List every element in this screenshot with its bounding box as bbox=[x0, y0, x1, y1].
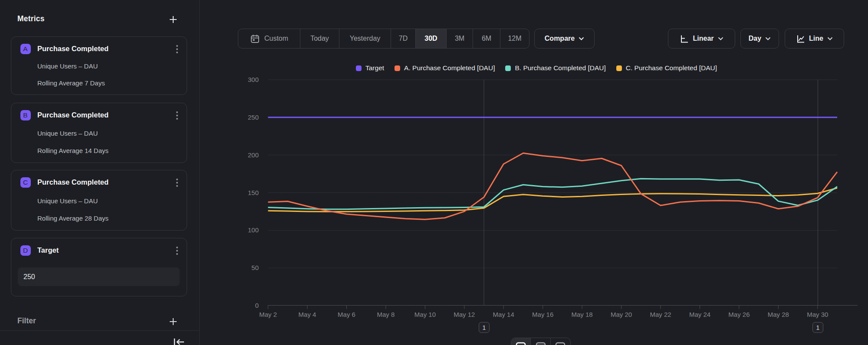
svg-text:May 22: May 22 bbox=[650, 311, 671, 318]
svg-text:May 4: May 4 bbox=[299, 311, 316, 318]
svg-text:May 6: May 6 bbox=[338, 311, 355, 318]
svg-text:May 14: May 14 bbox=[493, 311, 514, 318]
svg-text:May 16: May 16 bbox=[532, 311, 553, 318]
svg-text:May 28: May 28 bbox=[768, 311, 789, 318]
svg-text:200: 200 bbox=[248, 151, 259, 159]
svg-text:May 18: May 18 bbox=[571, 311, 592, 318]
svg-text:May 20: May 20 bbox=[611, 311, 632, 318]
svg-text:50: 50 bbox=[251, 264, 259, 271]
svg-text:May 2: May 2 bbox=[259, 311, 277, 318]
svg-text:250: 250 bbox=[248, 114, 259, 121]
svg-text:150: 150 bbox=[248, 189, 259, 196]
svg-text:May 10: May 10 bbox=[414, 311, 436, 318]
svg-text:0: 0 bbox=[255, 302, 259, 309]
svg-text:100: 100 bbox=[248, 226, 259, 234]
svg-text:May 24: May 24 bbox=[689, 311, 710, 318]
svg-text:300: 300 bbox=[248, 76, 259, 83]
svg-text:May 12: May 12 bbox=[454, 311, 475, 318]
svg-text:May 26: May 26 bbox=[728, 311, 750, 318]
svg-text:May 30: May 30 bbox=[807, 311, 828, 318]
svg-text:May 8: May 8 bbox=[377, 311, 395, 318]
